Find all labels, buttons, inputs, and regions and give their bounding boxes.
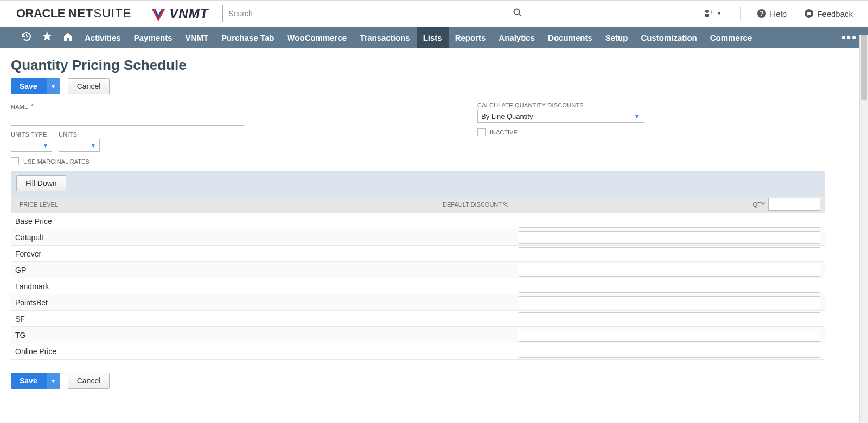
app-header: ORACLE NETSUITE VNMT + ▼ ? Help Feedback (0, 0, 868, 27)
price-level-cell: Forever (15, 249, 519, 258)
caret-down-icon: ▼ (43, 143, 48, 149)
qty-cell-input[interactable] (519, 231, 820, 244)
fill-down-button[interactable]: Fill Down (16, 175, 66, 191)
units-type-select[interactable]: ▼ (11, 139, 52, 152)
divider (740, 6, 741, 21)
nav-item-documents[interactable]: Documents (541, 27, 599, 48)
qty-cell-input[interactable] (519, 296, 820, 309)
inactive-label: INACTIVE (490, 129, 518, 136)
price-level-cell: SF (15, 315, 519, 323)
qty-cell-input[interactable] (519, 215, 820, 228)
table-row: SF (11, 311, 825, 327)
action-buttons-top: Save ▼ Cancel (11, 78, 825, 94)
search-input[interactable] (222, 5, 526, 22)
nav-item-activities[interactable]: Activities (78, 27, 127, 48)
nav-item-vnmt[interactable]: VNMT (179, 27, 215, 48)
svg-marker-10 (42, 31, 52, 41)
vnmt-mark-icon (151, 6, 166, 21)
qty-cell-input[interactable] (519, 329, 820, 342)
nav-item-purchase-tab[interactable]: Purchase Tab (215, 27, 280, 48)
save-split-button-bottom: Save ▼ (11, 373, 60, 389)
nav-item-transactions[interactable]: Transactions (353, 27, 417, 48)
price-level-cell: Online Price (15, 347, 519, 356)
table-row: Forever (11, 246, 825, 262)
nav-item-customization[interactable]: Customization (634, 27, 703, 48)
svg-text:?: ? (760, 10, 764, 17)
price-level-cell: Base Price (15, 217, 519, 226)
table-row: Catapult (11, 229, 825, 246)
recent-records-icon[interactable] (16, 31, 37, 44)
main-nav: ActivitiesPaymentsVNMTPurchase TabWooCom… (0, 27, 868, 48)
qty-cell-input[interactable] (519, 247, 820, 260)
nav-item-setup[interactable]: Setup (599, 27, 635, 48)
oracle-netsuite-logo: ORACLE NETSUITE (16, 7, 131, 21)
save-button-bottom[interactable]: Save (11, 373, 46, 389)
nav-item-payments[interactable]: Payments (127, 27, 179, 48)
svg-point-0 (514, 9, 520, 15)
price-level-cell: TG (15, 331, 519, 339)
grid-body: Base PriceCatapultForeverGPLandmarkPoint… (11, 213, 825, 360)
save-dropdown-button-bottom[interactable]: ▼ (46, 373, 60, 389)
price-level-cell: PointsBet (15, 298, 519, 307)
role-switcher[interactable]: + ▼ (697, 9, 728, 18)
table-row: Landmark (11, 278, 825, 294)
partner-logo: VNMT (151, 6, 208, 21)
svg-rect-3 (705, 14, 709, 17)
price-level-cell: Landmark (15, 282, 519, 291)
feedback-link[interactable]: Feedback (800, 9, 857, 18)
home-icon[interactable] (58, 31, 78, 44)
qty-cell-input[interactable] (519, 264, 820, 277)
caret-down-icon: ▼ (634, 113, 640, 119)
svg-text:+: + (710, 9, 713, 15)
use-marginal-label: USE MARGINAL RATES (23, 158, 90, 165)
search-icon[interactable] (513, 8, 522, 19)
cancel-button-bottom[interactable]: Cancel (68, 373, 110, 389)
units-select[interactable]: ▼ (59, 139, 100, 152)
nav-item-lists[interactable]: Lists (417, 27, 449, 48)
role-icon: + (704, 9, 713, 18)
name-input[interactable] (11, 112, 244, 126)
table-row: GP (11, 262, 825, 278)
caret-down-icon: ▼ (50, 84, 56, 89)
nav-item-woocommerce[interactable]: WooCommerce (280, 27, 353, 48)
use-marginal-checkbox[interactable] (11, 157, 19, 165)
units-label: UNITS (59, 131, 100, 138)
qty-cell-input[interactable] (519, 280, 820, 293)
table-row: TG (11, 327, 825, 343)
cancel-button[interactable]: Cancel (68, 78, 110, 94)
qty-header-input[interactable] (768, 198, 820, 211)
grid-header: PRICE LEVEL DEFAULT DISCOUNT % QTY (11, 196, 825, 213)
units-type-label: UNITS TYPE (11, 131, 52, 138)
scrollbar-thumb[interactable] (861, 35, 867, 100)
calc-discounts-select[interactable]: By Line Quantity ▼ (477, 110, 644, 123)
caret-down-icon: ▼ (50, 378, 56, 384)
global-search (222, 5, 526, 22)
calc-discounts-value: By Line Quantity (481, 112, 533, 120)
save-dropdown-button[interactable]: ▼ (46, 78, 60, 94)
caret-down-icon: ▼ (91, 143, 96, 149)
nav-item-reports[interactable]: Reports (449, 27, 493, 48)
col-default-discount: DEFAULT DISCOUNT % (443, 201, 627, 208)
svg-point-2 (705, 10, 709, 13)
qty-cell-input[interactable] (519, 312, 820, 325)
price-level-cell: Catapult (15, 233, 519, 242)
col-qty: QTY (752, 201, 765, 208)
table-row: PointsBet (11, 294, 825, 311)
calc-discounts-label: CALCULATE QUANTITY DISCOUNTS (477, 102, 825, 108)
nav-item-analytics[interactable]: Analytics (492, 27, 541, 48)
shortcuts-icon[interactable] (37, 31, 58, 44)
name-label: NAME* (11, 102, 456, 111)
action-buttons-bottom: Save ▼ Cancel (11, 373, 825, 389)
page-content: Quantity Pricing Schedule Save ▼ Cancel … (0, 48, 835, 407)
save-button[interactable]: Save (11, 78, 46, 94)
qty-cell-input[interactable] (519, 345, 820, 358)
price-level-cell: GP (15, 266, 519, 274)
inactive-checkbox[interactable] (477, 128, 486, 136)
page-title: Quantity Pricing Schedule (11, 57, 825, 74)
vertical-scrollbar[interactable] (859, 35, 868, 407)
form-fields: NAME* UNITS TYPE ▼ UNITS ▼ USE MARGINAL … (11, 102, 825, 165)
nav-item-commerce[interactable]: Commerce (704, 27, 759, 48)
help-link[interactable]: ? Help (752, 9, 791, 18)
save-split-button: Save ▼ (11, 78, 60, 94)
feedback-icon (804, 9, 814, 18)
